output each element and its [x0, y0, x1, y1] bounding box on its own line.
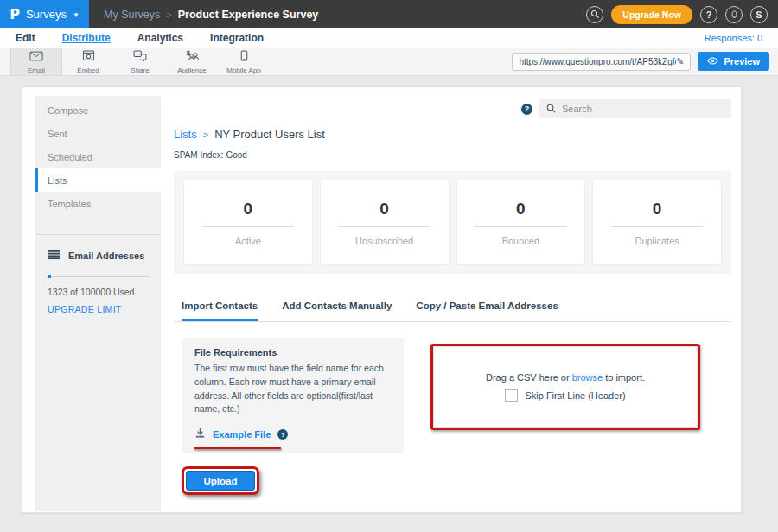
mobile-app-icon [240, 49, 248, 65]
top-bar: P Surveys ▼ My Surveys > Product Experie… [0, 0, 778, 28]
usage-progress-bar [48, 276, 149, 277]
annotation-underline [194, 446, 281, 449]
help-icon[interactable]: ? [521, 104, 532, 115]
breadcrumb-my-surveys[interactable]: My Surveys [104, 9, 160, 21]
stat-card-bounced: 0 Bounced [457, 180, 585, 264]
preview-button[interactable]: Preview [698, 52, 769, 71]
skip-first-line-checkbox[interactable] [505, 389, 518, 402]
breadcrumb-separator: > [203, 130, 208, 140]
search-input[interactable]: Search [539, 99, 731, 118]
chevron-down-icon: ▼ [73, 11, 80, 19]
audience-icon: $ [185, 49, 200, 65]
search-icon[interactable] [586, 6, 603, 23]
annotation-box-upload: Upload [182, 466, 259, 495]
file-requirements-body: The first row must have the field name f… [194, 362, 392, 416]
breadcrumb: My Surveys > Product Experience Survey [104, 9, 318, 21]
survey-title: Product Experience Survey [178, 9, 319, 21]
usage-text: 1323 of 100000 Used [48, 287, 149, 297]
product-switcher[interactable]: P Surveys ▼ [0, 0, 89, 28]
browse-link[interactable]: browse [572, 372, 603, 383]
stat-card-duplicates: 0 Duplicates [593, 180, 721, 264]
download-icon [194, 427, 206, 442]
stat-card-unsubscribed: 0 Unsubscribed [321, 180, 449, 264]
stat-card-active: 0 Active [184, 180, 312, 264]
example-file-help-icon[interactable]: ? [277, 429, 288, 440]
email-addresses-title: Email Addresses [68, 250, 144, 261]
tab-import-contacts[interactable]: Import Contacts [182, 301, 258, 321]
tab-integration[interactable]: Integration [210, 32, 264, 44]
list-detail-main: ? Search Lists > NY Product Users List S… [174, 96, 731, 495]
survey-url-text: https://www.questionpro.com/t/AP53kZgfo [519, 57, 676, 66]
tab-distribute[interactable]: Distribute [62, 32, 111, 44]
csv-dropzone[interactable]: Drag a CSV here or browse to import. Ski… [433, 346, 698, 428]
spam-index: SPAM Index: Good [174, 150, 731, 160]
spam-index-value: Good [226, 150, 246, 160]
channel-mobile-app[interactable]: Mobile App [218, 48, 270, 75]
breadcrumb-lists-link[interactable]: Lists [174, 128, 197, 141]
file-requirements-box: File Requirements The first row must hav… [182, 338, 404, 453]
email-sidebar: Compose Sent Scheduled Lists Templates E… [35, 96, 161, 511]
sidebar-nav: Compose Sent Scheduled Lists Templates [35, 96, 161, 215]
file-requirements-title: File Requirements [194, 347, 392, 358]
avatar[interactable]: S [750, 6, 768, 23]
list-lines-icon [48, 248, 61, 263]
channel-share[interactable]: Share [114, 48, 166, 75]
tab-analytics[interactable]: Analytics [137, 32, 183, 44]
channel-email[interactable]: Email [10, 48, 62, 75]
topbar-actions: Upgrade Now ? S [586, 5, 778, 24]
annotation-box-dropzone: Drag a CSV here or browse to import. Ski… [430, 344, 700, 430]
eye-icon [707, 56, 718, 66]
channel-audience[interactable]: $ Audience [166, 48, 218, 75]
survey-nav: Edit Distribute Analytics Integration Re… [0, 28, 778, 48]
upgrade-limit-link[interactable]: UPGRADE LIMIT [48, 304, 149, 314]
product-name: Surveys [26, 8, 67, 21]
list-name: NY Product Users List [214, 128, 325, 141]
search-icon [546, 101, 556, 117]
notifications-bell-icon[interactable] [725, 6, 743, 23]
list-breadcrumb: Lists > NY Product Users List [174, 128, 731, 141]
example-file-link[interactable]: Example File [213, 429, 271, 440]
sidebar-item-sent[interactable]: Sent [35, 122, 161, 145]
sidebar-item-lists[interactable]: Lists [35, 168, 161, 192]
share-icon [133, 49, 147, 65]
skip-first-line-label: Skip First Line (Header) [525, 390, 625, 401]
dropzone-instruction: Drag a CSV here or browse to import. [486, 372, 645, 383]
list-stats: 0 Active 0 Unsubscribed 0 Bounced 0 Dupl… [174, 171, 731, 274]
help-icon[interactable]: ? [700, 6, 717, 23]
sidebar-item-scheduled[interactable]: Scheduled [35, 145, 161, 168]
sidebar-item-templates[interactable]: Templates [35, 192, 161, 215]
tab-edit[interactable]: Edit [16, 32, 35, 44]
embed-icon [82, 49, 95, 65]
responses-count[interactable]: Responses: 0 [705, 33, 762, 43]
sidebar-item-compose[interactable]: Compose [35, 98, 161, 122]
tab-copy-paste-email-addresses[interactable]: Copy / Paste Email Addresses [416, 301, 558, 321]
upgrade-now-button[interactable]: Upgrade Now [611, 5, 692, 24]
edit-url-pencil-icon[interactable]: ✎ [676, 56, 684, 67]
survey-url-input[interactable]: https://www.questionpro.com/t/AP53kZgfo … [512, 53, 691, 71]
email-icon [29, 49, 43, 65]
channel-toolbar: Email Embed Share $ Audience Mobile App … [0, 48, 778, 76]
contacts-tabs: Import Contacts Add Contacts Manually Co… [174, 301, 731, 322]
upload-button[interactable]: Upload [186, 471, 255, 491]
questionpro-logo: P [10, 6, 20, 22]
breadcrumb-separator: > [166, 10, 171, 20]
search-placeholder: Search [562, 104, 592, 114]
distribute-panel: Compose Sent Scheduled Lists Templates E… [22, 86, 742, 513]
tab-add-contacts-manually[interactable]: Add Contacts Manually [282, 301, 392, 321]
channel-embed[interactable]: Embed [62, 48, 114, 75]
email-addresses-block: Email Addresses 1323 of 100000 Used UPGR… [35, 235, 161, 314]
